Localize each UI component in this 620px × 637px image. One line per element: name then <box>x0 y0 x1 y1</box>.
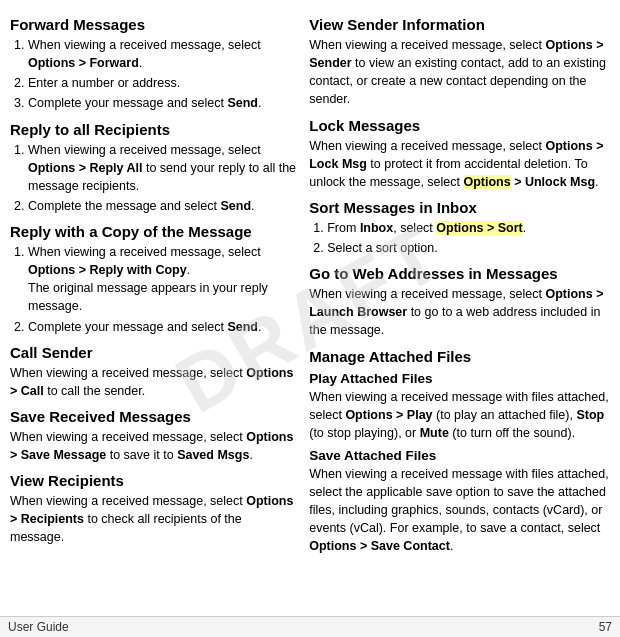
view-recipients-heading: View Recipients <box>10 472 297 489</box>
list-item: From Inbox, select Options > Sort. <box>327 219 610 237</box>
save-attached-text: When viewing a received message with fil… <box>309 465 610 556</box>
reply-all-heading: Reply to all Recipients <box>10 121 297 138</box>
view-recipients-text: When viewing a received message, select … <box>10 492 297 546</box>
forward-messages-list: When viewing a received message, select … <box>10 36 297 113</box>
call-sender-heading: Call Sender <box>10 344 297 361</box>
list-item: When viewing a received message, select … <box>28 36 297 72</box>
lock-messages-text: When viewing a received message, select … <box>309 137 610 191</box>
list-item: Enter a number or address. <box>28 74 297 92</box>
footer-bar: User Guide 57 <box>0 616 620 637</box>
reply-all-list: When viewing a received message, select … <box>10 141 297 216</box>
mute-label: Mute <box>420 426 449 440</box>
reply-copy-heading: Reply with a Copy of the Message <box>10 223 297 240</box>
options-sender: Options > Sender <box>309 38 603 70</box>
list-item: Select a sort option. <box>327 239 610 257</box>
options-save-message: Options > Save Message <box>10 430 293 462</box>
sort-messages-heading: Sort Messages in Inbox <box>309 199 610 216</box>
lock-messages-heading: Lock Messages <box>309 117 610 134</box>
options-save-contact: Options > Save Contact <box>309 539 450 553</box>
options-unlock-msg: Options <box>463 175 510 189</box>
sort-messages-list: From Inbox, select Options > Sort. Selec… <box>309 219 610 257</box>
play-attached-heading: Play Attached Files <box>309 371 610 386</box>
save-received-heading: Save Received Messages <box>10 408 297 425</box>
view-sender-text: When viewing a received message, select … <box>309 36 610 109</box>
options-reply-copy: Options > Reply with Copy <box>28 263 187 277</box>
list-item: When viewing a received message, select … <box>28 141 297 195</box>
saved-msgs-label: Saved Msgs <box>177 448 249 462</box>
inbox-label: Inbox <box>360 221 393 235</box>
options-call: Options > Call <box>10 366 293 398</box>
options-launch-browser: Options > Launch Browser <box>309 287 603 319</box>
list-item: Complete the message and select Send. <box>28 197 297 215</box>
reply-copy-list: When viewing a received message, select … <box>10 243 297 336</box>
footer-right: 57 <box>599 620 612 634</box>
play-attached-text: When viewing a received message with fil… <box>309 388 610 442</box>
save-received-text: When viewing a received message, select … <box>10 428 297 464</box>
web-addresses-heading: Go to Web Addresses in Messages <box>309 265 610 282</box>
web-addresses-text: When viewing a received message, select … <box>309 285 610 339</box>
footer-left: User Guide <box>8 620 69 634</box>
options-lock-msg: Options > Lock Msg <box>309 139 603 171</box>
options-play: Options > Play <box>345 408 432 422</box>
options-recipients: Options > Recipients <box>10 494 293 526</box>
left-column: Forward Messages When viewing a received… <box>10 8 305 560</box>
list-item: Complete your message and select Send. <box>28 94 297 112</box>
view-sender-heading: View Sender Information <box>309 16 610 33</box>
options-forward: Options > Forward <box>28 56 139 70</box>
forward-messages-heading: Forward Messages <box>10 16 297 33</box>
options-unlock-msg-2: > Unlock Msg <box>511 175 595 189</box>
manage-attached-heading: Manage Attached Files <box>309 348 610 365</box>
options-reply-all: Options > Reply All <box>28 161 142 175</box>
list-item: Complete your message and select Send. <box>28 318 297 336</box>
send-label: Send <box>227 96 258 110</box>
options-sort: Options > Sort <box>436 221 522 235</box>
save-attached-heading: Save Attached Files <box>309 448 610 463</box>
list-item: When viewing a received message, select … <box>28 243 297 316</box>
send-label: Send <box>227 320 258 334</box>
call-sender-text: When viewing a received message, select … <box>10 364 297 400</box>
stop-label: Stop <box>576 408 604 422</box>
send-label: Send <box>220 199 251 213</box>
right-column: View Sender Information When viewing a r… <box>305 8 610 560</box>
main-content: Forward Messages When viewing a received… <box>10 8 610 560</box>
